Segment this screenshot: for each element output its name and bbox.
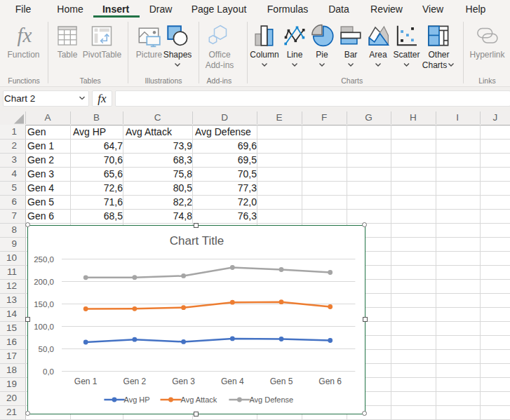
- svg-text:Gen 1: Gen 1: [74, 377, 97, 386]
- svg-text:Gen 6: Gen 6: [318, 377, 342, 386]
- svg-text:Avg HP: Avg HP: [123, 395, 149, 404]
- svg-text:200,0: 200,0: [34, 278, 54, 286]
- svg-text:Gen 3: Gen 3: [172, 377, 195, 386]
- svg-text:250,0: 250,0: [34, 255, 54, 264]
- svg-text:Gen 5: Gen 5: [269, 377, 293, 386]
- svg-text:0,0: 0,0: [43, 367, 54, 376]
- svg-text:Avg Defense: Avg Defense: [249, 395, 293, 404]
- svg-text:100,0: 100,0: [34, 323, 54, 331]
- svg-text:Avg Attack: Avg Attack: [180, 395, 217, 404]
- svg-text:Gen 4: Gen 4: [220, 377, 243, 386]
- svg-text:150,0: 150,0: [34, 300, 54, 309]
- svg-text:Gen 2: Gen 2: [123, 377, 146, 386]
- svg-text:50,0: 50,0: [38, 345, 53, 353]
- svg-text:Chart Title: Chart Title: [169, 234, 223, 248]
